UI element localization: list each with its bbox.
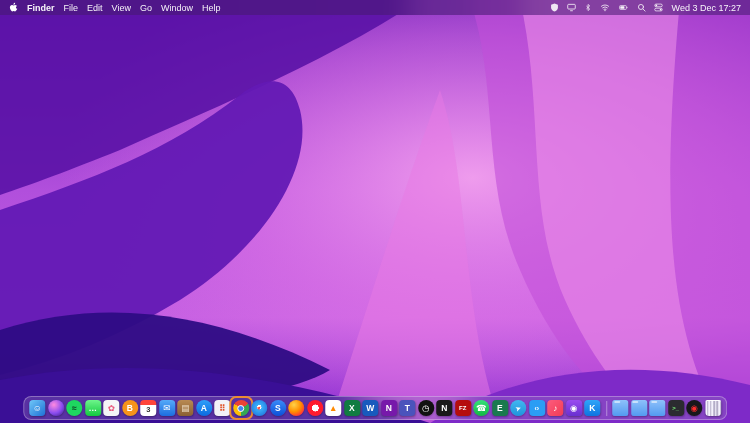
menu-go[interactable]: Go bbox=[140, 3, 152, 13]
mail-icon: ✉ bbox=[159, 400, 175, 416]
dock-item-trash[interactable] bbox=[705, 400, 721, 416]
wallpaper bbox=[0, 0, 750, 423]
folder-applications-icon bbox=[649, 400, 665, 416]
red-app-icon: ◉ bbox=[686, 400, 702, 416]
excel-icon: X bbox=[344, 400, 360, 416]
dock-item-siri[interactable] bbox=[48, 400, 64, 416]
launchpad-icon: ⠿ bbox=[214, 400, 230, 416]
filezilla-icon: FZ bbox=[455, 400, 471, 416]
dock-item-whatsapp[interactable]: ☎ bbox=[473, 400, 489, 416]
folder-downloads-icon bbox=[631, 400, 647, 416]
dock-item-music[interactable]: ♪ bbox=[547, 400, 563, 416]
vlc-icon: ▲ bbox=[325, 400, 341, 416]
dock-item-folder-applications[interactable] bbox=[649, 400, 665, 416]
menu-items: FileEditViewGoWindowHelp bbox=[64, 3, 221, 13]
telegram-icon: ➤ bbox=[510, 400, 526, 416]
photos-icon: ✿ bbox=[103, 400, 119, 416]
terminal-icon: >_ bbox=[668, 400, 684, 416]
control-center-icon[interactable] bbox=[654, 3, 663, 12]
dock-item-folder-downloads[interactable] bbox=[631, 400, 647, 416]
shazam-icon: S bbox=[270, 400, 286, 416]
podcasts-icon: ◉ bbox=[566, 400, 582, 416]
display-icon[interactable] bbox=[567, 3, 576, 12]
safari-icon: ➤ bbox=[251, 400, 267, 416]
bluetooth-icon[interactable] bbox=[584, 3, 592, 12]
dock-item-bitcoin[interactable]: B bbox=[122, 400, 138, 416]
dock-separator bbox=[606, 401, 607, 416]
vscode-icon: ‹› bbox=[529, 400, 545, 416]
music-icon: ♪ bbox=[547, 400, 563, 416]
desktop[interactable]: Finder FileEditViewGoWindowHelp Wed 3 De… bbox=[0, 0, 750, 423]
spotlight-icon[interactable] bbox=[637, 3, 646, 12]
dock-item-spotify[interactable]: ≈ bbox=[66, 400, 82, 416]
apple-menu[interactable] bbox=[9, 2, 18, 13]
dock-item-teams[interactable]: T bbox=[399, 400, 415, 416]
dock-item-mail[interactable]: ✉ bbox=[159, 400, 175, 416]
menu-view[interactable]: View bbox=[112, 3, 131, 13]
teams-icon: T bbox=[399, 400, 415, 416]
app-store-icon: A bbox=[196, 400, 212, 416]
notebook-icon: ▤ bbox=[177, 400, 193, 416]
dock-item-excel[interactable]: X bbox=[344, 400, 360, 416]
notion-icon: N bbox=[436, 400, 452, 416]
firefox-icon bbox=[288, 400, 304, 416]
dock-item-terminal[interactable]: >_ bbox=[668, 400, 684, 416]
dock-item-vlc[interactable]: ▲ bbox=[325, 400, 341, 416]
wifi-icon[interactable] bbox=[600, 3, 610, 12]
bitcoin-icon: B bbox=[122, 400, 138, 416]
dock-item-word[interactable]: W bbox=[362, 400, 378, 416]
dock-item-notebook[interactable]: ▤ bbox=[177, 400, 193, 416]
calendar-icon: 3 bbox=[140, 400, 156, 416]
onenote-icon: N bbox=[381, 400, 397, 416]
dock-item-chrome[interactable] bbox=[233, 400, 249, 416]
dock-item-messages[interactable]: … bbox=[85, 400, 101, 416]
menu-help[interactable]: Help bbox=[202, 3, 221, 13]
shield-icon[interactable] bbox=[550, 3, 559, 12]
trash-icon bbox=[705, 400, 721, 416]
word-icon: W bbox=[362, 400, 378, 416]
messages-icon: … bbox=[85, 400, 101, 416]
clock-icon: ◷ bbox=[418, 400, 434, 416]
dock-item-finder[interactable]: ☺ bbox=[29, 400, 45, 416]
menubar-clock[interactable]: Wed 3 Dec 17:27 bbox=[672, 3, 741, 13]
active-app-name[interactable]: Finder bbox=[27, 3, 55, 13]
status-tray bbox=[550, 3, 663, 12]
dock-item-keynote[interactable]: K bbox=[584, 400, 600, 416]
apple-logo-icon bbox=[9, 2, 18, 13]
dock-item-clock[interactable]: ◷ bbox=[418, 400, 434, 416]
dock-item-notion[interactable]: N bbox=[436, 400, 452, 416]
dock-item-photos[interactable]: ✿ bbox=[103, 400, 119, 416]
evernote-icon: E bbox=[492, 400, 508, 416]
dock-item-red-app[interactable]: ◉ bbox=[686, 400, 702, 416]
dock: ☺≈…✿B3✉▤A⠿➤S▲XWNT◷NFZ☎E➤‹›♪◉K>_◉ bbox=[23, 396, 727, 420]
keynote-icon: K bbox=[584, 400, 600, 416]
menu-edit[interactable]: Edit bbox=[87, 3, 103, 13]
siri-icon bbox=[48, 400, 64, 416]
dock-item-evernote[interactable]: E bbox=[492, 400, 508, 416]
dock-item-app-store[interactable]: A bbox=[196, 400, 212, 416]
dock-item-filezilla[interactable]: FZ bbox=[455, 400, 471, 416]
whatsapp-icon: ☎ bbox=[473, 400, 489, 416]
menu-window[interactable]: Window bbox=[161, 3, 193, 13]
finder-icon: ☺ bbox=[29, 400, 45, 416]
dock-item-safari[interactable]: ➤ bbox=[251, 400, 267, 416]
dock-item-opera[interactable] bbox=[307, 400, 323, 416]
dock-item-vscode[interactable]: ‹› bbox=[529, 400, 545, 416]
dock-item-firefox[interactable] bbox=[288, 400, 304, 416]
battery-icon[interactable] bbox=[618, 3, 629, 12]
chrome-icon bbox=[233, 400, 249, 416]
menu-bar: Finder FileEditViewGoWindowHelp Wed 3 De… bbox=[0, 0, 750, 15]
dock-item-launchpad[interactable]: ⠿ bbox=[214, 400, 230, 416]
folder-documents-icon bbox=[612, 400, 628, 416]
dock-item-shazam[interactable]: S bbox=[270, 400, 286, 416]
opera-icon bbox=[307, 400, 323, 416]
dock-item-folder-documents[interactable] bbox=[612, 400, 628, 416]
dock-item-onenote[interactable]: N bbox=[381, 400, 397, 416]
dock-item-telegram[interactable]: ➤ bbox=[510, 400, 526, 416]
spotify-icon: ≈ bbox=[66, 400, 82, 416]
dock-item-calendar[interactable]: 3 bbox=[140, 400, 156, 416]
menu-file[interactable]: File bbox=[64, 3, 79, 13]
dock-item-podcasts[interactable]: ◉ bbox=[566, 400, 582, 416]
